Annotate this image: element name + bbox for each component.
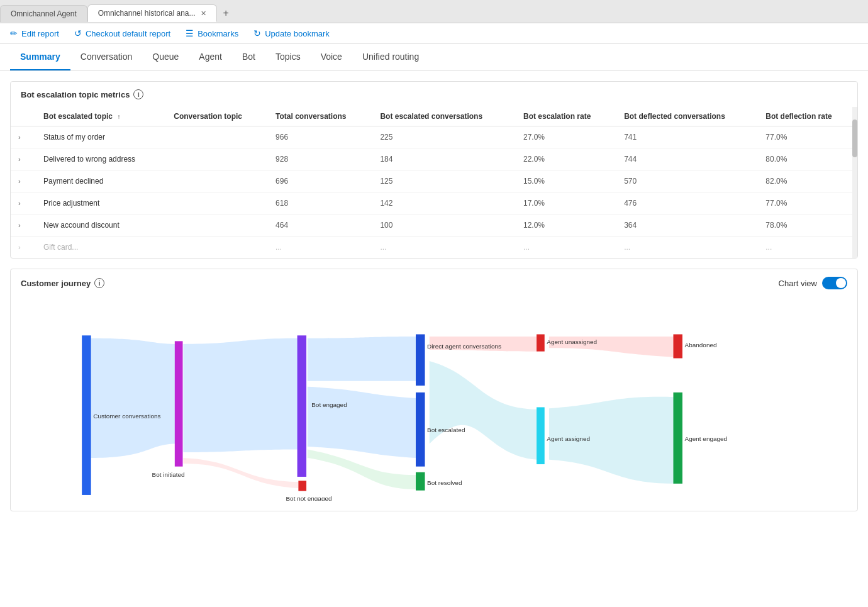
bot-esc-conv-cell: 225: [372, 126, 516, 148]
edit-report-label: Edit report: [21, 29, 59, 38]
expand-cell[interactable]: ›: [11, 192, 36, 214]
node-bot-engaged: [298, 335, 306, 477]
bot-esc-rate-cell: 17.0%: [516, 192, 616, 214]
total-conv-cell: 966: [268, 126, 372, 148]
checkout-label: Checkout default report: [86, 29, 170, 38]
node-customer-conv: [82, 335, 91, 495]
bot-def-rate-cell: 77.0%: [758, 192, 857, 214]
tab-omnichannel-agent[interactable]: Omnichannel Agent: [0, 5, 87, 22]
chart-view-switch[interactable]: [822, 277, 847, 289]
col-expand: [11, 107, 36, 126]
bot-def-rate-cell: 78.0%: [758, 214, 857, 237]
flow-cust-bot-init: [91, 338, 176, 458]
expand-icon[interactable]: ›: [18, 133, 21, 141]
node-direct-agent: [416, 334, 425, 386]
label-agent-unassigned: Agent unassigned: [547, 338, 597, 345]
bot-esc-rate-cell: ...: [516, 237, 616, 259]
node-bot-initiated: [175, 341, 183, 466]
label-agent-engaged: Agent engaged: [685, 435, 728, 442]
node-abandoned: [673, 334, 682, 358]
expand-icon[interactable]: ›: [18, 155, 21, 163]
total-conv-cell: 618: [268, 192, 372, 214]
bookmarks-label: Bookmarks: [198, 29, 238, 38]
close-tab-icon[interactable]: ✕: [201, 9, 206, 18]
bot-def-rate-cell: ...: [758, 237, 857, 259]
bot-esc-conv-cell: 100: [372, 214, 516, 237]
node-bot-not-engaged: [298, 481, 306, 491]
expand-cell[interactable]: ›: [11, 237, 36, 259]
bot-esc-rate-cell: 22.0%: [516, 148, 616, 170]
tab-omnichannel-historical[interactable]: Omnichannel historical ana... ✕: [87, 4, 217, 22]
label-agent-assigned: Agent assigned: [547, 435, 590, 442]
expand-icon[interactable]: ›: [18, 199, 21, 207]
table-row: › Payment declined 696 125 15.0% 570 82.…: [11, 170, 857, 192]
scrollbar-thumb[interactable]: [852, 120, 857, 157]
label-bot-not-engaged: Bot not engaged: [286, 495, 331, 501]
col-bot-deflected-conversations: Bot deflected conversations: [616, 107, 758, 126]
update-bookmark-button[interactable]: ↻ Update bookmark: [253, 28, 330, 38]
bot-escalation-table-wrapper: Bot escalated topic ↑ Conversation topic…: [11, 107, 857, 258]
tab-queue[interactable]: Queue: [142, 44, 189, 70]
col-bot-escalation-rate: Bot escalation rate: [516, 107, 616, 126]
checkout-default-button[interactable]: ↺ Checkout default report: [74, 28, 170, 38]
table-row: › New accound discount 464 100 12.0% 364…: [11, 214, 857, 237]
label-direct-agent: Direct agent conversations: [427, 343, 501, 350]
table-row: › Gift card... ... ... ... ... ...: [11, 237, 857, 259]
node-bot-escalated: [416, 393, 425, 467]
bot-esc-rate-cell: 15.0%: [516, 170, 616, 192]
bot-def-conv-cell: ...: [616, 237, 758, 259]
tab-topics[interactable]: Topics: [265, 44, 311, 70]
expand-icon[interactable]: ›: [18, 243, 21, 251]
chart-view-label: Chart view: [779, 279, 817, 288]
bookmarks-button[interactable]: ☰ Bookmarks: [186, 28, 238, 38]
sort-icon[interactable]: ↑: [117, 113, 120, 120]
topic-cell: Delivered to wrong address: [36, 148, 166, 170]
scrollbar-track[interactable]: [852, 107, 857, 258]
expand-icon[interactable]: ›: [18, 177, 21, 185]
customer-journey-card: Customer journey i Chart view: [10, 269, 858, 511]
col-bot-escalated-topic: Bot escalated topic ↑: [36, 107, 166, 126]
tab-conversation[interactable]: Conversation: [70, 44, 143, 70]
expand-icon[interactable]: ›: [18, 221, 21, 229]
bot-esc-conv-cell: ...: [372, 237, 516, 259]
expand-cell[interactable]: ›: [11, 126, 36, 148]
bookmarks-icon: ☰: [186, 28, 194, 38]
bot-esc-rate-cell: 27.0%: [516, 126, 616, 148]
expand-cell[interactable]: ›: [11, 170, 36, 192]
col-total-conversations: Total conversations: [268, 107, 372, 126]
table-header-row: Bot escalated topic ↑ Conversation topic…: [11, 107, 857, 126]
tab-summary[interactable]: Summary: [10, 44, 70, 70]
edit-report-button[interactable]: ✏ Edit report: [10, 28, 59, 38]
new-tab-button[interactable]: +: [217, 4, 235, 23]
node-agent-unassigned: [537, 334, 545, 351]
expand-cell[interactable]: ›: [11, 214, 36, 237]
customer-journey-header: Customer journey i Chart view: [11, 269, 857, 297]
conv-topic-cell: [166, 192, 268, 214]
label-bot-resolved: Bot resolved: [427, 479, 462, 486]
table-row: › Status of my order 966 225 27.0% 741 7…: [11, 126, 857, 148]
topic-cell: New accound discount: [36, 214, 166, 237]
label-bot-engaged: Bot engaged: [311, 401, 347, 408]
customer-journey-info-icon[interactable]: i: [94, 278, 104, 288]
main-content: Bot escalation topic metrics i Bot escal…: [0, 71, 868, 532]
browser-tabs-bar: Omnichannel Agent Omnichannel historical…: [0, 0, 868, 23]
tab-unified-routing[interactable]: Unified routing: [352, 44, 429, 70]
col-bot-deflection-rate: Bot deflection rate: [758, 107, 857, 126]
flow-agent-assigned: [430, 361, 538, 460]
node-agent-engaged: [673, 393, 682, 484]
tab-agent[interactable]: Agent: [189, 44, 232, 70]
conv-topic-cell: [166, 237, 268, 259]
node-agent-assigned: [537, 407, 545, 464]
table-row: › Delivered to wrong address 928 184 22.…: [11, 148, 857, 170]
flow-bot-direct-agent: [308, 337, 417, 381]
tab-voice[interactable]: Voice: [311, 44, 352, 70]
sankey-svg: Customer conversations Bot initiated Bot…: [21, 307, 847, 501]
bot-escalation-info-icon[interactable]: i: [133, 89, 143, 99]
bot-esc-rate-cell: 12.0%: [516, 214, 616, 237]
nav-tabs: Summary Conversation Queue Agent Bot Top…: [0, 44, 868, 71]
tab-bot[interactable]: Bot: [232, 44, 265, 70]
toggle-knob: [836, 278, 846, 288]
col-conversation-topic: Conversation topic: [166, 107, 268, 126]
expand-cell[interactable]: ›: [11, 148, 36, 170]
chart-view-toggle[interactable]: Chart view: [779, 277, 847, 289]
